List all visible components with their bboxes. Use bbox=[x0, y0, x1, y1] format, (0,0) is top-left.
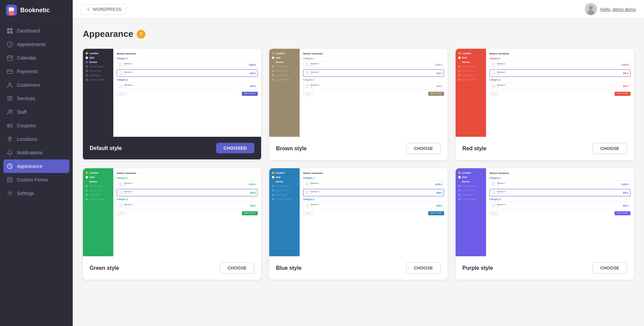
mini-step-6: Confirm Details bbox=[458, 198, 483, 200]
choose-button-green[interactable]: CHOOSE bbox=[220, 262, 254, 274]
mini-next-btn: NEXT STEP bbox=[242, 92, 258, 96]
mini-booking-content: Select services Category 1 Service 1 1h … bbox=[486, 168, 634, 256]
svg-point-9 bbox=[8, 110, 10, 112]
mini-category1: Category 1 bbox=[117, 57, 258, 60]
sidebar-item-services[interactable]: Services bbox=[0, 92, 73, 105]
choose-button-red[interactable]: CHOOSE bbox=[593, 143, 627, 154]
staff-icon bbox=[7, 109, 13, 115]
theme-card-brown: Location Staff Service Service Extras Da… bbox=[269, 49, 447, 160]
sidebar-item-staff[interactable]: Staff bbox=[0, 105, 73, 119]
mini-step-3: Service Extras bbox=[86, 65, 111, 68]
mini-step-2: Service bbox=[86, 61, 111, 63]
wordpress-button[interactable]: WORDPRESS bbox=[81, 4, 127, 15]
customers-icon bbox=[7, 82, 13, 88]
mini-step-1: Staff bbox=[458, 176, 483, 178]
mini-booking-content: Select services Category 1 Service 1 1h … bbox=[486, 49, 634, 137]
sidebar-item-locations[interactable]: Locations bbox=[0, 132, 73, 146]
theme-card-default: Location Staff Service Service Extras Da… bbox=[83, 49, 261, 160]
mini-step-5: Information bbox=[272, 74, 297, 77]
avatar-image bbox=[585, 3, 597, 15]
mini-step-1: Staff bbox=[458, 57, 483, 59]
theme-footer-default: Default style CHOOSED bbox=[83, 137, 261, 159]
mini-category2: Category 2 bbox=[117, 198, 258, 200]
sidebar-item-payments[interactable]: Payments bbox=[0, 65, 73, 78]
settings-icon bbox=[7, 190, 13, 196]
mini-step-4: Date & Time bbox=[272, 70, 297, 72]
theme-preview-blue: Location Staff Service Service Extras Da… bbox=[269, 168, 447, 256]
mini-select-services-label: Select services bbox=[117, 172, 258, 175]
custom-forms-icon bbox=[7, 177, 13, 183]
sidebar-item-settings[interactable]: Settings bbox=[0, 187, 73, 200]
sidebar-label-customers: Customers bbox=[17, 82, 40, 88]
mini-next-btn: NEXT STEP bbox=[428, 211, 444, 215]
mini-step-6: Confirm Details bbox=[272, 198, 297, 200]
topbar: WORDPRESS Hello, demo demo bbox=[73, 0, 644, 19]
topbar-right: Hello, demo demo bbox=[585, 3, 636, 15]
choose-button-purple[interactable]: CHOOSE bbox=[593, 262, 627, 274]
sidebar-label-settings: Settings bbox=[17, 191, 34, 196]
theme-footer-purple: Purple style CHOOSE bbox=[456, 256, 634, 280]
theme-preview-default: Location Staff Service Service Extras Da… bbox=[83, 49, 261, 137]
mini-service-item: Service 2 1h $50.0 bbox=[303, 69, 444, 77]
sidebar-item-calendar[interactable]: Calendar bbox=[0, 51, 73, 65]
coupons-icon bbox=[7, 123, 13, 129]
sidebar-item-dashboard[interactable]: Dashboard bbox=[0, 24, 73, 38]
theme-card-red: Location Staff Service Service Extras Da… bbox=[456, 49, 634, 160]
svg-rect-6 bbox=[7, 56, 13, 61]
mini-booking-purple: Location Staff Service Service Extras Da… bbox=[456, 168, 634, 256]
svg-point-17 bbox=[589, 6, 593, 10]
mini-step-6: Confirm Details bbox=[86, 79, 111, 81]
mini-step-2: Service bbox=[458, 61, 483, 63]
mini-service-item: Service 1 1h $150.0 bbox=[489, 180, 630, 188]
mini-step-5: Information bbox=[458, 194, 483, 196]
theme-name-default: Default style bbox=[90, 145, 122, 151]
theme-footer-red: Red style CHOOSE bbox=[456, 137, 634, 160]
mini-service-item: Service 2 1h $50.0 bbox=[489, 69, 630, 77]
content-area: Appearance 7 Location Staff Service Serv… bbox=[73, 19, 644, 326]
page-badge: 7 bbox=[137, 30, 145, 39]
mini-category2: Category 2 bbox=[489, 79, 630, 81]
choosed-button-default[interactable]: CHOOSED bbox=[216, 143, 254, 153]
choose-button-blue[interactable]: CHOOSE bbox=[406, 262, 441, 274]
mini-step-1: Staff bbox=[272, 57, 297, 59]
mini-category1: Category 1 bbox=[489, 57, 630, 60]
mini-step-4: Date & Time bbox=[86, 189, 111, 192]
mini-category2: Category 2 bbox=[303, 198, 444, 200]
svg-rect-2 bbox=[10, 28, 13, 30]
mini-select-services-label: Select services bbox=[489, 172, 630, 175]
sidebar-item-coupons[interactable]: Coupons bbox=[0, 119, 73, 132]
mini-actions: BACK NEXT STEP bbox=[303, 211, 444, 215]
calendar-icon bbox=[7, 55, 13, 61]
mini-next-btn: NEXT STEP bbox=[428, 92, 444, 96]
sidebar: Booknetic Dashboard Appointments Calenda… bbox=[0, 0, 73, 326]
mini-category1: Category 1 bbox=[117, 177, 258, 179]
sidebar-item-customers[interactable]: Customers bbox=[0, 78, 73, 92]
choose-button-brown[interactable]: CHOOSE bbox=[406, 143, 441, 154]
sidebar-label-notifications: Notifications bbox=[17, 150, 43, 155]
mini-category2: Category 2 bbox=[117, 79, 258, 81]
mini-step-0: Location bbox=[272, 52, 297, 55]
mini-service-item: Service 1 1h $150.0 bbox=[489, 61, 630, 68]
user-avatar bbox=[585, 3, 597, 15]
page-title: Appearance bbox=[83, 29, 133, 39]
mini-step-3: Service Extras bbox=[272, 185, 297, 187]
theme-name-blue: Blue style bbox=[276, 265, 302, 271]
sidebar-item-custom-forms[interactable]: Custom Forms bbox=[0, 173, 73, 187]
sidebar-item-appointments[interactable]: Appointments bbox=[0, 38, 73, 51]
mini-service-item-3: Service 3 1h $40.0 bbox=[117, 202, 258, 209]
mini-booking-sidebar: Location Staff Service Service Extras Da… bbox=[83, 49, 113, 137]
sidebar-item-appearance[interactable]: Appearance bbox=[3, 159, 69, 173]
mini-step-0: Location bbox=[458, 52, 483, 55]
locations-icon bbox=[7, 136, 13, 142]
appointments-icon bbox=[7, 41, 13, 47]
mini-step-6: Confirm Details bbox=[272, 79, 297, 81]
sidebar-nav: Dashboard Appointments Calendar Payments… bbox=[0, 21, 73, 326]
mini-back-btn: BACK bbox=[489, 92, 499, 96]
mini-service-item-3: Service 3 1h $40.0 bbox=[117, 82, 258, 90]
sidebar-item-notifications[interactable]: Notifications bbox=[0, 146, 73, 159]
mini-select-services-label: Select services bbox=[303, 52, 444, 55]
mini-booking-sidebar: Location Staff Service Service Extras Da… bbox=[83, 168, 113, 256]
mini-step-2: Service bbox=[272, 180, 297, 183]
user-name-label[interactable]: Hello, demo demo bbox=[600, 7, 636, 12]
mini-booking-brown: Location Staff Service Service Extras Da… bbox=[269, 49, 447, 137]
